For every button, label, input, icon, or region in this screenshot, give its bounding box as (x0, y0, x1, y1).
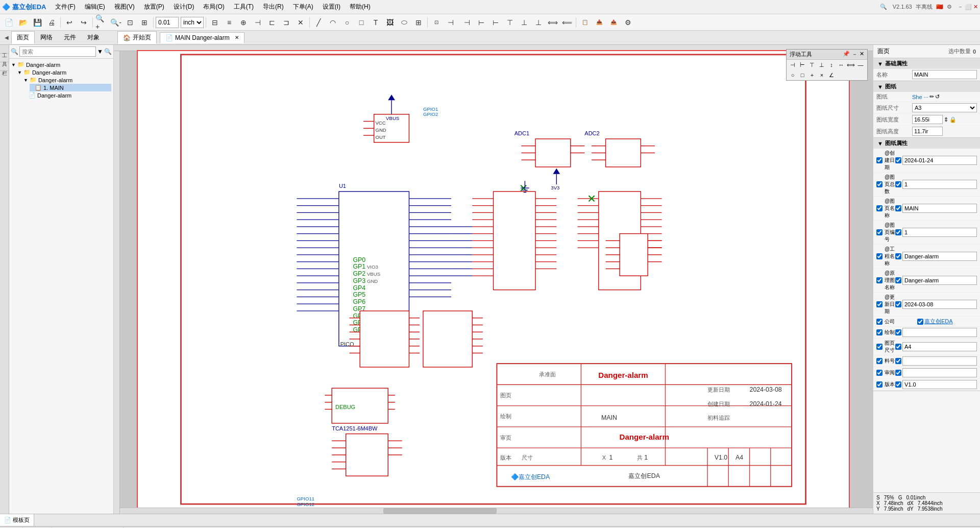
dist-v[interactable]: ⟸ (560, 16, 574, 29)
netlabel-button[interactable]: ⊣ (251, 16, 264, 29)
menu-help[interactable]: 帮助(H) (346, 2, 375, 12)
width-step-icon[interactable]: ⇕ (944, 116, 948, 123)
ft-x[interactable]: × (818, 71, 826, 79)
company-link[interactable]: 嘉立创EDA (924, 318, 953, 325)
attr-vis-cb-8[interactable] (895, 329, 901, 335)
menu-order[interactable]: 下单(A) (289, 2, 317, 12)
attr-vis-cb-10[interactable] (895, 358, 901, 364)
attr-input-5[interactable] (902, 276, 977, 285)
menu-view[interactable]: 视图(V) (110, 2, 139, 12)
comp-button[interactable]: ⊡ (430, 16, 443, 29)
attr-cb-7[interactable] (876, 319, 883, 325)
attr-cb-3[interactable] (876, 229, 883, 235)
zoom-in-button[interactable]: 🔍+ (95, 16, 108, 29)
attr-cb-4[interactable] (876, 253, 883, 259)
attr-vis-cb-1[interactable] (895, 181, 901, 187)
attr-input-6[interactable] (902, 300, 977, 309)
export-btn[interactable]: 📤 (607, 16, 620, 29)
float-tool-pin[interactable]: 📌 (843, 51, 850, 58)
attr-cb-6[interactable] (876, 301, 883, 307)
menu-edit[interactable]: 编辑(E) (81, 2, 109, 12)
tab-objects[interactable]: 对象 (82, 31, 105, 44)
menu-layout[interactable]: 布局(O) (199, 2, 228, 12)
attr-cb-2[interactable] (876, 205, 883, 211)
size-select[interactable]: A3 A4 (912, 103, 977, 112)
junction-button[interactable]: ⊕ (237, 16, 250, 29)
bus-button[interactable]: ≡ (223, 16, 236, 29)
settings-tb[interactable]: ⚙ (621, 16, 634, 29)
h-scroll-thumb[interactable] (383, 508, 496, 514)
tab-close-icon[interactable]: ✕ (235, 35, 239, 40)
menu-design[interactable]: 设计(D) (169, 2, 199, 12)
attr-cb-9[interactable] (876, 344, 883, 350)
attr-vis-cb-4[interactable] (895, 253, 901, 259)
align-bottom[interactable]: ⊥ (532, 16, 545, 29)
sheet-section-title[interactable]: ▼ 图纸 (873, 81, 980, 92)
basic-props-title[interactable]: ▼ 基础属性 (873, 58, 980, 69)
snap-value-input[interactable] (156, 17, 179, 28)
attr-input-3[interactable] (902, 228, 977, 237)
attr-input-9[interactable] (902, 342, 977, 351)
table-button[interactable]: ⊞ (412, 16, 425, 29)
width-input[interactable] (912, 115, 943, 124)
menu-file[interactable]: 文件(F) (51, 2, 79, 12)
text-button[interactable]: T (369, 16, 382, 29)
search-icon[interactable]: 🔍 (880, 4, 887, 10)
zoom-out-button[interactable]: 🔍- (109, 16, 122, 29)
attr-cb-11[interactable] (876, 370, 883, 376)
attr-input-12[interactable] (902, 380, 977, 389)
attr-vis-cb-9[interactable] (895, 344, 901, 350)
attr-cb-1[interactable] (876, 181, 883, 187)
pencil-icon[interactable]: ✏ (929, 93, 934, 100)
float-tool-close[interactable]: ✕ (860, 51, 864, 58)
sheet-props-title[interactable]: ▼ 图纸属性 (873, 138, 980, 149)
search-go-icon[interactable]: 🔍 (104, 48, 112, 55)
attr-cb-0[interactable] (876, 157, 883, 163)
align-left[interactable]: ⊣ (460, 16, 474, 29)
tree-danger-alarm-file[interactable]: ▶ 📄 Danger-alarm (23, 91, 111, 99)
tab-pages[interactable]: 面页 (11, 31, 35, 44)
save-button[interactable]: 💾 (31, 16, 44, 29)
attr-cb-5[interactable] (876, 277, 883, 283)
copy-to-pcb[interactable]: 📋 (578, 16, 592, 29)
gnd-button[interactable]: ⊐ (280, 16, 293, 29)
open-button[interactable]: 📂 (16, 16, 30, 29)
ft-rect[interactable]: □ (798, 71, 806, 79)
ft-align-left[interactable]: ⊣ (789, 61, 797, 69)
undo-button[interactable]: ↩ (63, 16, 76, 29)
width-lock-icon[interactable]: 🔒 (949, 116, 957, 123)
tool-tab-3[interactable]: 栏 (0, 62, 9, 71)
attr-vis-cb-0[interactable] (895, 157, 901, 163)
template-page-tab[interactable]: 📄 模板页 (0, 514, 34, 526)
name-input[interactable] (912, 70, 977, 79)
attr-vis-cb-3[interactable] (895, 229, 901, 235)
attr-input-1[interactable] (902, 180, 977, 189)
image-button[interactable]: 🖼 (383, 16, 397, 29)
ft-align-bottom[interactable]: ⊥ (818, 61, 826, 69)
align-right[interactable]: ⊢ (489, 16, 502, 29)
attr-input-4[interactable] (902, 252, 977, 261)
attr-vis-cb-12[interactable] (895, 381, 901, 388)
dist-h[interactable]: ⟺ (546, 16, 559, 29)
attr-cb-10[interactable] (876, 358, 883, 364)
canvas-area[interactable]: GP0 GP1 GP2 GP3 GP4 GP5 GP6 GP7 GP8 GP9 … (114, 45, 873, 514)
menu-tools[interactable]: 工具(T) (230, 2, 258, 12)
pin-button[interactable]: ⊣ (444, 16, 457, 29)
import[interactable]: 📥 (593, 16, 606, 29)
tool-tab-1[interactable]: 工 (0, 45, 9, 54)
attr-cb-8[interactable] (876, 329, 883, 335)
schematic-background[interactable]: GP0 GP1 GP2 GP3 GP4 GP5 GP6 GP7 GP8 GP9 … (137, 50, 850, 509)
tree-main-selected[interactable]: ▶ 📋 1. MAIN (30, 84, 111, 91)
ft-circle[interactable]: ○ (789, 71, 797, 79)
float-tool-minimize[interactable]: － (852, 51, 857, 58)
ft-align-right[interactable]: ⊢ (798, 61, 806, 69)
oval-button[interactable]: ⬭ (398, 16, 411, 29)
filter-icon[interactable]: ▼ (97, 48, 103, 55)
circle-button[interactable]: ○ (340, 16, 354, 29)
search-input[interactable] (19, 46, 96, 57)
zoom-fit-button[interactable]: ⊡ (124, 16, 137, 29)
attr-vis-cb-7[interactable] (917, 319, 923, 325)
tree-danger-alarm-2[interactable]: ▼ 📁 Danger-alarm (23, 76, 111, 84)
ft-dash[interactable]: — (856, 61, 865, 69)
unit-select[interactable]: inch mm mil (181, 17, 204, 28)
